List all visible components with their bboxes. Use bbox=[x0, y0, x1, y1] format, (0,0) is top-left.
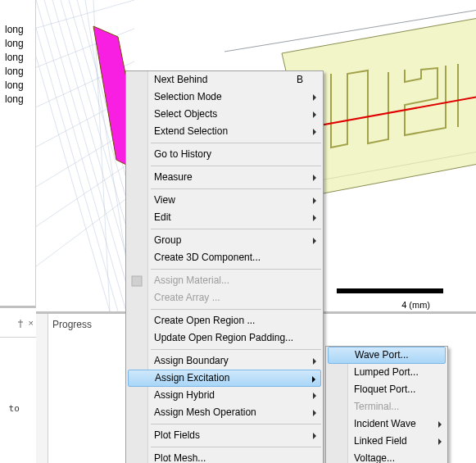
menu-item-label: Select Objects bbox=[154, 108, 217, 120]
chevron-right-icon bbox=[313, 197, 316, 204]
chevron-right-icon bbox=[313, 129, 316, 135]
chevron-right-icon bbox=[438, 438, 442, 445]
menu-item-view[interactable]: View bbox=[126, 192, 323, 209]
menu-item-create-3d-component[interactable]: Create 3D Component... bbox=[126, 249, 323, 266]
submenu-item-floquet-port[interactable]: Floquet Port... bbox=[326, 381, 447, 398]
menu-item-label: Update Open Region Padding... bbox=[154, 332, 293, 343]
menu-item-assign-hybrid[interactable]: Assign Hybrid bbox=[126, 387, 323, 404]
menu-item-selection-mode[interactable]: Selection Mode bbox=[126, 89, 323, 106]
model-tree-panel: long long long long long long bbox=[0, 0, 36, 308]
chevron-right-icon bbox=[313, 94, 316, 101]
dock-splitter[interactable] bbox=[36, 314, 48, 463]
menu-item-label: View bbox=[154, 194, 175, 206]
submenu-item-linked-field[interactable]: Linked Field bbox=[326, 433, 447, 450]
menu-item-label: Assign Hybrid bbox=[154, 389, 215, 401]
menu-item-label: Extend Selection bbox=[154, 125, 228, 137]
menu-item-extend-selection[interactable]: Extend Selection bbox=[126, 123, 323, 140]
menu-item-label: Go to History bbox=[154, 148, 211, 160]
tree-item[interactable]: long bbox=[0, 23, 35, 37]
submenu-item-wave-port[interactable]: Wave Port... bbox=[328, 347, 446, 364]
bottom-left-panel: × to GE (0.2 E (0.2 < . 12月 09, bbox=[0, 314, 37, 463]
menu-separator bbox=[151, 309, 321, 310]
menu-item-select-objects[interactable]: Select Objects bbox=[126, 106, 323, 123]
tree-item[interactable]: long bbox=[0, 65, 35, 79]
menu-item-label: Create Array ... bbox=[154, 292, 220, 303]
menu-item-label: Assign Excitation bbox=[155, 372, 229, 384]
menu-item-plot-fields[interactable]: Plot Fields bbox=[126, 427, 323, 444]
chevron-right-icon bbox=[313, 433, 316, 439]
menu-item-label: Assign Boundary bbox=[154, 355, 229, 366]
chevron-right-icon bbox=[313, 215, 316, 221]
menu-item-label: Plot Fields bbox=[154, 429, 200, 441]
menu-item-assign-excitation[interactable]: Assign Excitation bbox=[128, 370, 321, 387]
submenu-item-lumped-port[interactable]: Lumped Port... bbox=[326, 364, 447, 381]
messages-panel: to GE (0.2 E (0.2 < . 12月 09, bbox=[0, 337, 36, 463]
menu-separator bbox=[151, 269, 321, 270]
menu-item-next-behind[interactable]: Next Behind B bbox=[126, 71, 323, 89]
chevron-right-icon bbox=[313, 238, 316, 244]
menu-item-label: Create Open Region ... bbox=[154, 315, 255, 326]
menu-item-label: Voltage... bbox=[354, 452, 395, 463]
tree-item[interactable]: long bbox=[0, 93, 35, 107]
chevron-right-icon bbox=[313, 410, 316, 416]
menu-item-shortcut: B bbox=[297, 71, 303, 89]
menu-separator bbox=[151, 188, 321, 189]
menu-separator bbox=[151, 349, 321, 350]
menu-separator bbox=[151, 447, 321, 447]
menu-item-label: Assign Material... bbox=[154, 275, 229, 286]
svg-line-16 bbox=[36, 193, 134, 279]
menu-item-label: Measure bbox=[154, 171, 193, 183]
menu-item-plot-mesh[interactable]: Plot Mesh... bbox=[126, 450, 323, 463]
message-line: to bbox=[3, 402, 33, 416]
menu-item-label: Wave Port... bbox=[355, 349, 409, 361]
context-menu: Next Behind B Selection Mode Select Obje… bbox=[125, 70, 324, 463]
pin-icon[interactable] bbox=[16, 320, 25, 328]
menu-item-label: Lumped Port... bbox=[354, 366, 419, 378]
menu-item-group[interactable]: Group bbox=[126, 232, 323, 249]
menu-separator bbox=[151, 143, 321, 143]
menu-item-label: Assign Mesh Operation bbox=[154, 406, 256, 418]
chevron-right-icon bbox=[438, 421, 442, 428]
menu-item-create-open-region[interactable]: Create Open Region ... bbox=[126, 312, 323, 329]
chevron-right-icon bbox=[313, 358, 316, 365]
menu-item-label: Edit bbox=[154, 211, 171, 223]
submenu-item-terminal: Terminal... bbox=[326, 398, 447, 415]
menu-item-go-to-history[interactable]: Go to History bbox=[126, 146, 323, 163]
menu-item-label: Group bbox=[154, 234, 181, 246]
tree-item[interactable]: long bbox=[0, 51, 35, 65]
menu-item-label: Create 3D Component... bbox=[154, 252, 261, 263]
menu-item-update-open-region-padding[interactable]: Update Open Region Padding... bbox=[126, 329, 323, 347]
chevron-right-icon bbox=[313, 393, 316, 399]
menu-item-edit[interactable]: Edit bbox=[126, 209, 323, 226]
tree-item[interactable]: long bbox=[0, 79, 35, 93]
menu-item-assign-mesh-operation[interactable]: Assign Mesh Operation bbox=[126, 404, 323, 421]
menu-item-assign-material: Assign Material... bbox=[126, 272, 323, 289]
menu-item-label: Incident Wave bbox=[354, 418, 416, 429]
svg-line-10 bbox=[36, 0, 134, 33]
svg-rect-22 bbox=[132, 276, 142, 286]
tree-item[interactable]: long bbox=[0, 37, 35, 51]
menu-item-create-array: Create Array ... bbox=[126, 289, 323, 306]
menu-item-label: Terminal... bbox=[354, 401, 399, 412]
submenu-item-voltage[interactable]: Voltage... bbox=[326, 450, 447, 463]
progress-title: Progress bbox=[52, 319, 92, 330]
menu-separator bbox=[151, 166, 321, 166]
scale-bar-label: 4 (mm) bbox=[401, 300, 430, 310]
menu-item-assign-boundary[interactable]: Assign Boundary bbox=[126, 352, 323, 370]
submenu-item-incident-wave[interactable]: Incident Wave bbox=[326, 415, 447, 433]
menu-item-measure[interactable]: Measure bbox=[126, 169, 323, 186]
menu-item-label: Selection Mode bbox=[154, 91, 222, 102]
close-icon[interactable]: × bbox=[29, 318, 34, 328]
chevron-right-icon bbox=[313, 175, 316, 181]
menu-item-label: Linked Field bbox=[354, 435, 407, 447]
chevron-right-icon bbox=[313, 111, 316, 118]
menu-separator bbox=[151, 229, 321, 229]
chevron-right-icon bbox=[312, 376, 315, 383]
app-root: long long long long long long bbox=[0, 0, 476, 463]
menu-item-label: Plot Mesh... bbox=[154, 452, 206, 463]
material-icon bbox=[130, 275, 143, 288]
scale-bar bbox=[337, 288, 443, 293]
menu-item-label: Next Behind bbox=[154, 74, 207, 85]
context-submenu-excitation: Wave Port... Lumped Port... Floquet Port… bbox=[325, 346, 448, 463]
menu-item-label: Floquet Port... bbox=[354, 384, 415, 395]
